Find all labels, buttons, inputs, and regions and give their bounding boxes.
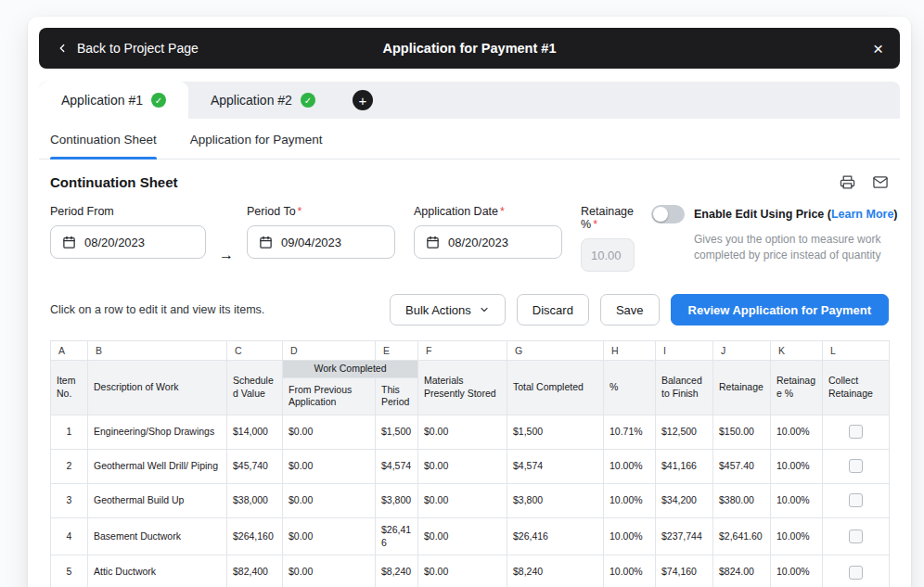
application-date-value: 08/20/2023 xyxy=(448,236,508,249)
column-letter: J xyxy=(713,341,771,361)
bulk-actions-button[interactable]: Bulk Actions xyxy=(390,294,506,325)
header-total-completed: Total Completed xyxy=(507,361,604,415)
period-form: Period From 08/20/2023 → Period To* 09/0… xyxy=(50,205,889,272)
table-row[interactable]: 3 Geothermal Build Up $38,000 $0.00 $3,8… xyxy=(51,483,890,517)
cell-from-previous: $0.00 xyxy=(283,517,376,555)
retainage-field: Retainage %* xyxy=(581,205,635,272)
subtab-application-for-payment[interactable]: Application for Payment xyxy=(190,133,323,159)
collect-retainage-checkbox[interactable] xyxy=(849,493,863,507)
cell-item-no: 2 xyxy=(51,449,88,483)
cell-item-no: 4 xyxy=(51,517,88,555)
cell-retainage-percent: 10.00% xyxy=(771,555,823,587)
collect-retainage-checkbox[interactable] xyxy=(849,459,863,473)
cell-retainage-percent: 10.00% xyxy=(771,483,823,517)
cell-retainage: $457.40 xyxy=(713,449,771,483)
cell-from-previous: $0.00 xyxy=(283,449,376,483)
add-application-button[interactable]: + xyxy=(353,90,373,110)
header-balanced-to-finish: Balanced to Finish xyxy=(656,361,713,415)
tab-application-2[interactable]: Application #2 ✓ xyxy=(188,82,338,119)
column-letter: F xyxy=(418,341,507,361)
column-letter: A xyxy=(51,341,88,361)
collect-retainage-checkbox[interactable] xyxy=(849,530,863,543)
header-percent: % xyxy=(604,361,656,415)
application-date-input[interactable]: 08/20/2023 xyxy=(414,225,562,259)
sheet-head: Continuation Sheet xyxy=(50,174,889,190)
tab-label: Application #1 xyxy=(61,93,143,108)
period-to-input[interactable]: 09/04/2023 xyxy=(247,225,395,259)
cell-collect-retainage xyxy=(823,483,890,517)
period-to-field: Period To* 09/04/2023 xyxy=(247,205,395,272)
row-edit-hint: Click on a row to edit it and view its i… xyxy=(50,303,264,316)
header-from-previous: From Previous Application xyxy=(283,377,376,415)
column-letter: D xyxy=(283,341,376,361)
price-toggle-label: Enable Edit Using Price (Learn More) xyxy=(694,208,898,221)
table-row[interactable]: 4 Basement Ductwork $264,160 $0.00 $26,4… xyxy=(51,517,890,555)
price-toggle-line: Enable Edit Using Price (Learn More) xyxy=(651,205,913,223)
header-row: Item No. Description of Work Scheduled V… xyxy=(51,361,890,378)
application-date-label: Application Date* xyxy=(414,205,562,218)
cell-collect-retainage xyxy=(823,517,890,555)
price-toggle-block: Enable Edit Using Price (Learn More) Giv… xyxy=(651,205,913,272)
action-row: Click on a row to edit it and view its i… xyxy=(50,294,889,325)
close-button[interactable]: × xyxy=(873,40,883,57)
cell-description: Geothermal Well Drill/ Piping xyxy=(88,449,227,483)
cell-scheduled-value: $14,000 xyxy=(227,415,283,449)
tab-application-1[interactable]: Application #1 ✓ xyxy=(39,82,188,119)
table-body: 1 Engineering/Shop Drawings $14,000 $0.0… xyxy=(51,415,890,587)
table-row[interactable]: 1 Engineering/Shop Drawings $14,000 $0.0… xyxy=(51,415,890,449)
column-letters-row: A B C D E F G H I J K L xyxy=(51,341,890,361)
cell-item-no: 5 xyxy=(51,555,88,587)
mail-icon[interactable] xyxy=(872,174,889,190)
discard-button[interactable]: Discard xyxy=(517,294,589,325)
header-collect-retainage: Collect Retainage xyxy=(823,361,890,415)
column-letter: H xyxy=(604,341,656,361)
cell-percent: 10.71% xyxy=(604,415,656,449)
toggle-knob xyxy=(653,207,668,222)
period-from-input[interactable]: 08/20/2023 xyxy=(50,225,206,259)
column-letter: B xyxy=(88,341,227,361)
save-button[interactable]: Save xyxy=(600,294,660,325)
cell-item-no: 1 xyxy=(51,415,88,449)
print-icon[interactable] xyxy=(840,174,855,190)
cell-retainage: $380.00 xyxy=(713,483,771,517)
arrow-right-icon: → xyxy=(219,238,234,272)
cell-this-period: $4,574 xyxy=(376,449,418,483)
cell-percent: 10.00% xyxy=(604,449,656,483)
enable-price-toggle[interactable] xyxy=(651,205,685,223)
header-description: Description of Work xyxy=(88,361,227,415)
chevron-down-icon xyxy=(479,304,490,315)
cell-scheduled-value: $264,160 xyxy=(227,517,283,555)
cell-retainage-percent: 10.00% xyxy=(771,517,823,555)
cell-total-completed: $4,574 xyxy=(507,449,604,483)
subtab-continuation-sheet[interactable]: Continuation Sheet xyxy=(50,133,157,159)
cell-balanced-to-finish: $237,744 xyxy=(656,517,713,555)
back-to-project-button[interactable]: Back to Project Page xyxy=(56,41,199,56)
cell-retainage-percent: 10.00% xyxy=(771,415,823,449)
learn-more-link[interactable]: Learn More xyxy=(831,208,893,221)
check-circle-icon: ✓ xyxy=(301,93,315,108)
modal-header: Back to Project Page Application for Pay… xyxy=(39,28,900,69)
period-to-value: 09/04/2023 xyxy=(281,236,341,249)
collect-retainage-checkbox[interactable] xyxy=(849,566,863,580)
cell-percent: 10.00% xyxy=(604,517,656,555)
review-application-button[interactable]: Review Application for Payment xyxy=(671,294,889,325)
cell-retainage-percent: 10.00% xyxy=(771,449,823,483)
table-row[interactable]: 5 Attic Ductwork $82,400 $0.00 $8,240 $0… xyxy=(51,555,890,587)
continuation-table: A B C D E F G H I J K L Item No. xyxy=(50,340,890,587)
cell-materials: $0.00 xyxy=(418,449,507,483)
table-row[interactable]: 2 Geothermal Well Drill/ Piping $45,740 … xyxy=(51,449,890,483)
sheet-content: Continuation Sheet Period From 08/20/202… xyxy=(39,160,900,587)
cell-scheduled-value: $38,000 xyxy=(227,483,283,517)
sheet-head-icons xyxy=(840,174,889,190)
period-to-label: Period To* xyxy=(247,205,395,218)
cell-this-period: $8,240 xyxy=(376,555,418,587)
retainage-input[interactable] xyxy=(581,238,635,272)
back-label: Back to Project Page xyxy=(77,41,199,56)
cell-retainage: $150.00 xyxy=(713,415,771,449)
collect-retainage-checkbox[interactable] xyxy=(849,425,863,439)
cell-balanced-to-finish: $34,200 xyxy=(656,483,713,517)
action-buttons: Bulk Actions Discard Save Review Applica… xyxy=(390,294,889,325)
column-letter: E xyxy=(376,341,418,361)
column-letter: G xyxy=(507,341,604,361)
cell-from-previous: $0.00 xyxy=(283,483,376,517)
